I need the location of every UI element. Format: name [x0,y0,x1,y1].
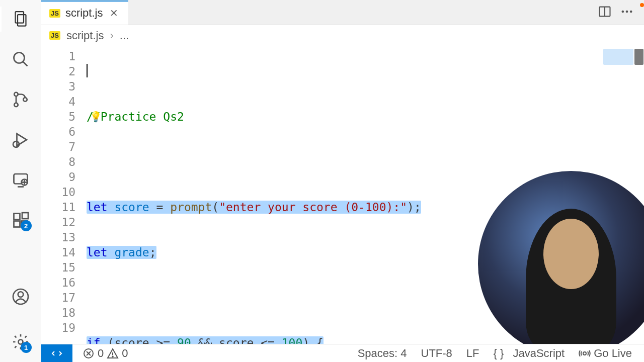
language-button[interactable]: { } JavaScript [490,347,569,360]
svg-point-25 [630,11,632,13]
person-silhouette-icon [526,209,616,349]
line-number: 5 [41,109,75,124]
line-number: 15 [41,260,75,275]
activity-bar: 2 1 [0,0,41,362]
main-area: JS script.js ✕ JS script.js › ... 1 2 3 … [41,0,644,362]
extensions-badge: 2 [21,220,32,231]
minimap-content [603,49,633,65]
line-number: 8 [41,154,75,169]
remote-explorer-icon[interactable] [11,170,31,190]
breadcrumb[interactable]: JS script.js › ... [41,25,644,46]
svg-rect-15 [14,221,20,227]
close-icon[interactable]: ✕ [108,7,120,19]
statusbar: 0 0 Spaces: 4 UTF-8 LF { } JavaScript Go… [41,344,644,362]
settings-icon[interactable]: 1 [11,332,31,352]
svg-point-5 [14,103,18,107]
chevron-right-icon: › [110,29,113,42]
more-actions-icon[interactable] [620,5,634,21]
run-debug-icon[interactable] [11,130,31,150]
source-control-icon[interactable] [11,89,31,110]
svg-rect-17 [22,213,28,219]
editor-actions [598,1,644,25]
svg-rect-14 [14,214,20,220]
svg-point-23 [622,11,624,13]
svg-point-31 [583,352,586,355]
tabs-bar: JS script.js ✕ [41,0,644,25]
tab-script-js[interactable]: JS script.js ✕ [41,1,128,25]
line-number: 17 [41,290,75,305]
golive-button[interactable]: Go Live [575,347,636,360]
line-number: 18 [41,305,75,320]
lightbulb-icon[interactable]: 💡 [90,109,102,124]
line-number: 14 [41,245,75,260]
remote-button[interactable] [41,344,72,363]
settings-badge: 1 [21,342,32,353]
svg-marker-7 [17,134,27,146]
problems-button[interactable]: 0 0 [78,347,132,360]
svg-point-4 [14,93,18,97]
search-icon[interactable] [11,49,31,69]
encoding-button[interactable]: UTF-8 [417,347,456,360]
line-number: 4 [41,94,75,109]
js-file-icon: JS [49,31,60,40]
breadcrumb-more: ... [120,29,129,42]
minimap[interactable] [603,49,643,65]
line-number: 10 [41,185,75,200]
svg-rect-1 [18,15,26,26]
svg-point-19 [18,292,23,297]
tab-label: script.js [65,7,103,20]
explorer-icon[interactable] [11,9,31,29]
svg-point-24 [626,11,628,13]
eol-button[interactable]: LF [462,347,484,360]
svg-rect-0 [15,12,24,23]
line-gutter: 1 2 3 4 5 6 7 8 9 10 11 12 13 14 15 16 1… [41,49,87,362]
line-number: 2 [41,64,75,79]
cursor-icon [87,64,88,77]
svg-point-2 [14,53,24,63]
line-number: 12 [41,215,75,230]
line-number: 9 [41,169,75,185]
notification-dot-icon [640,3,644,7]
line-number: 1 [41,49,75,64]
breadcrumb-file: script.js [66,29,104,42]
extensions-icon[interactable]: 2 [11,210,31,230]
split-editor-icon[interactable] [598,5,612,21]
minimap-scrollbar[interactable] [634,49,643,65]
line-number: 3 [41,79,75,94]
line-number: 13 [41,230,75,245]
svg-point-30 [112,356,113,357]
js-file-icon: JS [49,9,60,18]
spaces-button[interactable]: Spaces: 4 [354,347,411,360]
line-number: 6 [41,124,75,139]
error-count: 0 [98,347,104,360]
accounts-icon[interactable] [11,287,31,307]
line-number: 11 [41,200,75,215]
svg-line-3 [23,62,27,66]
svg-point-6 [23,98,27,102]
line-number: 7 [41,139,75,154]
warning-count: 0 [122,347,128,360]
line-number: 19 [41,320,75,335]
line-number: 16 [41,275,75,290]
